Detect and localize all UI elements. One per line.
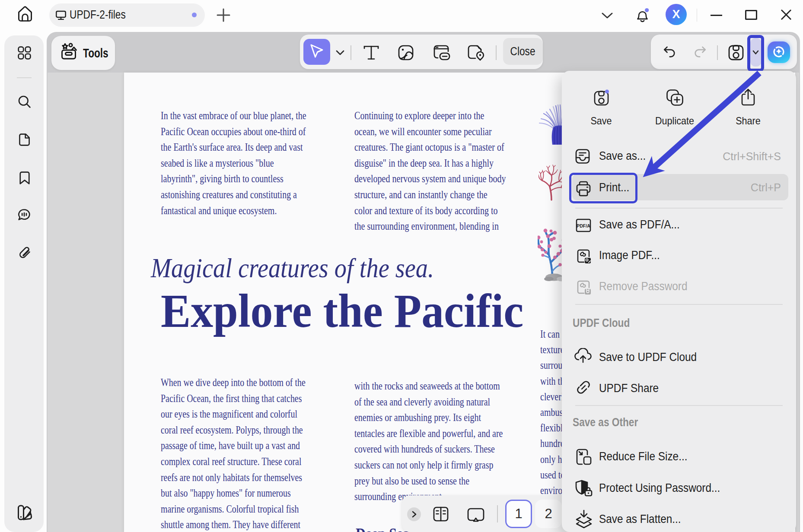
- svg-text:PDF/A: PDF/A: [577, 223, 590, 228]
